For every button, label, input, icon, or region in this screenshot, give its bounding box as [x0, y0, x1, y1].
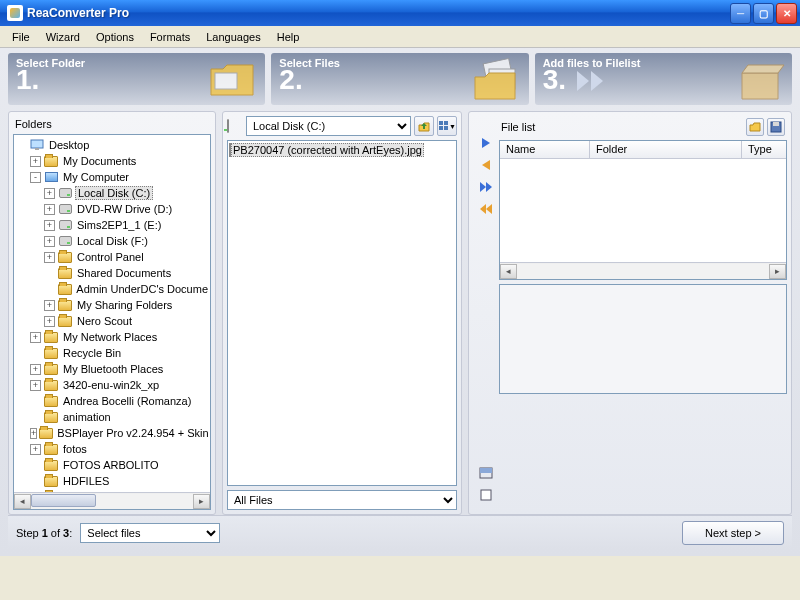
status-bar: Step 1 of 3: Select files Next step >: [8, 515, 792, 549]
menu-help[interactable]: Help: [269, 28, 308, 46]
save-list-button[interactable]: [767, 118, 785, 136]
open-list-button[interactable]: [746, 118, 764, 136]
expand-toggle[interactable]: +: [44, 252, 55, 263]
scroll-thumb[interactable]: [31, 494, 96, 507]
maximize-button[interactable]: ▢: [753, 3, 774, 24]
tree-node[interactable]: animation: [14, 409, 210, 425]
tree-node[interactable]: +fotos: [14, 441, 210, 457]
add-all-button[interactable]: [478, 180, 494, 194]
tree-node[interactable]: Desktop: [14, 137, 210, 153]
tree-node[interactable]: Admin UnderDC's Docume: [14, 281, 210, 297]
svg-rect-7: [439, 126, 443, 130]
scroll-right-button[interactable]: ▸: [193, 494, 210, 509]
tree-node[interactable]: +Local Disk (C:): [14, 185, 210, 201]
checkbox-toggle-button[interactable]: [478, 488, 494, 502]
tree-node[interactable]: +Control Panel: [14, 249, 210, 265]
filelist-panel: File list Name Folder Type: [468, 111, 792, 515]
expand-toggle[interactable]: +: [30, 444, 41, 455]
folders-panel: Folders Desktop+My Documents-My Computer…: [8, 111, 216, 515]
expand-toggle[interactable]: +: [30, 364, 41, 375]
folder-icon: [43, 442, 59, 456]
tree-node[interactable]: -My Computer: [14, 169, 210, 185]
add-button[interactable]: [478, 136, 494, 150]
preview-toggle-button[interactable]: [478, 466, 494, 480]
tree-node[interactable]: Recycle Bin: [14, 345, 210, 361]
tree-node-label: Shared Documents: [75, 267, 173, 279]
expand-toggle[interactable]: +: [30, 156, 41, 167]
column-folder[interactable]: Folder: [590, 141, 742, 158]
menu-languages[interactable]: Languages: [198, 28, 268, 46]
tree-node-label: My Network Places: [61, 331, 159, 343]
view-mode-button[interactable]: ▼: [437, 116, 457, 136]
step-3-header: Add files to Filelist 3.: [535, 53, 792, 105]
expand-toggle[interactable]: -: [30, 172, 41, 183]
tree-scrollbar[interactable]: ◂ ▸: [14, 492, 210, 509]
scroll-left-button[interactable]: ◂: [14, 494, 31, 509]
preview-pane: [499, 284, 787, 394]
tree-node[interactable]: Shared Documents: [14, 265, 210, 281]
menu-wizard[interactable]: Wizard: [38, 28, 88, 46]
filelist-scroll-right[interactable]: ▸: [769, 264, 786, 279]
menu-file[interactable]: File: [4, 28, 38, 46]
tree-node[interactable]: +My Documents: [14, 153, 210, 169]
file-icon: [229, 144, 231, 156]
tree-node[interactable]: +3420-enu-win2k_xp: [14, 377, 210, 393]
svg-rect-5: [439, 121, 443, 125]
menu-options[interactable]: Options: [88, 28, 142, 46]
column-name[interactable]: Name: [500, 141, 590, 158]
expand-toggle[interactable]: +: [44, 316, 55, 327]
disk-icon: [57, 202, 73, 216]
drive-select[interactable]: Local Disk (C:): [246, 116, 411, 136]
next-step-button[interactable]: Next step >: [682, 521, 784, 545]
expand-toggle[interactable]: +: [30, 428, 37, 439]
expand-toggle[interactable]: +: [44, 188, 55, 199]
minimize-button[interactable]: ─: [730, 3, 751, 24]
up-folder-button[interactable]: [414, 116, 434, 136]
svg-rect-8: [444, 126, 448, 130]
content-area: Select Folder 1. Select Files 2. Add fil…: [0, 48, 800, 556]
tree-node[interactable]: +My Sharing Folders: [14, 297, 210, 313]
menu-formats[interactable]: Formats: [142, 28, 198, 46]
column-type[interactable]: Type: [742, 141, 786, 158]
tree-node-label: HDFILES: [61, 475, 111, 487]
expand-toggle[interactable]: +: [44, 220, 55, 231]
folder-icon: [57, 250, 73, 264]
tree-node[interactable]: Andrea Bocelli (Romanza): [14, 393, 210, 409]
tree-node[interactable]: +My Bluetooth Places: [14, 361, 210, 377]
expand-toggle[interactable]: +: [30, 380, 41, 391]
folder-icon: [43, 330, 59, 344]
tree-node[interactable]: +DVD-RW Drive (D:): [14, 201, 210, 217]
wizard-step-select[interactable]: Select files: [80, 523, 220, 543]
file-filter-select[interactable]: All Files: [227, 490, 457, 510]
tree-node[interactable]: FOTOS ARBOLITO: [14, 457, 210, 473]
tree-node[interactable]: +Local Disk (F:): [14, 233, 210, 249]
close-button[interactable]: ✕: [776, 3, 797, 24]
tree-node[interactable]: +My Network Places: [14, 329, 210, 345]
expand-toggle: [30, 348, 41, 359]
expand-toggle[interactable]: +: [44, 300, 55, 311]
tree-node[interactable]: +Sims2EP1_1 (E:): [14, 217, 210, 233]
expand-toggle[interactable]: +: [44, 204, 55, 215]
svg-rect-4: [35, 148, 39, 150]
expand-toggle[interactable]: +: [30, 332, 41, 343]
folder-icon: [43, 346, 59, 360]
tree-node[interactable]: +BSPlayer Pro v2.24.954 + Skin: [14, 425, 210, 441]
tree-node[interactable]: HDFILES: [14, 473, 210, 489]
filelist-table-body[interactable]: [500, 159, 786, 262]
source-file-list[interactable]: PB270047 (corrected with ArtEyes).jpg: [227, 140, 457, 486]
remove-button[interactable]: [478, 158, 494, 172]
filelist-scrollbar[interactable]: ◂ ▸: [500, 262, 786, 279]
filelist-scroll-left[interactable]: ◂: [500, 264, 517, 279]
tree-node-label: animation: [61, 411, 113, 423]
remove-all-button[interactable]: [478, 202, 494, 216]
expand-toggle: [16, 140, 27, 151]
open-folder-icon: [749, 121, 761, 133]
tree-node-label: DVD-RW Drive (D:): [75, 203, 174, 215]
disk-icon: [57, 218, 73, 232]
expand-toggle[interactable]: +: [44, 236, 55, 247]
expand-toggle: [30, 396, 41, 407]
file-row[interactable]: PB270047 (corrected with ArtEyes).jpg: [229, 142, 455, 158]
folder-tree[interactable]: Desktop+My Documents-My Computer+Local D…: [14, 135, 210, 492]
tree-node[interactable]: +Nero Scout: [14, 313, 210, 329]
arrows-decoration-icon: [577, 71, 603, 91]
